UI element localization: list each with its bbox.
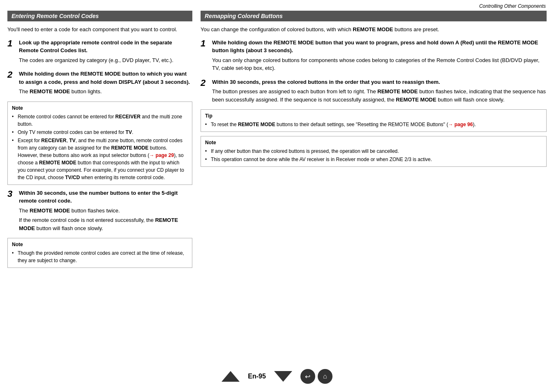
left-step-1-content: Look up the appropriate remote control c…: [19, 39, 192, 65]
left-note-footer-label: Note: [12, 241, 188, 248]
right-note-item-2: • This operation cannot be done while th…: [205, 156, 542, 163]
right-step-2-content: Within 30 seconds, press the colored but…: [212, 78, 547, 104]
footer-home-icon[interactable]: ⌂: [318, 369, 332, 384]
right-tip-item-1: • To reset the REMOTE MODE buttons to th…: [205, 121, 542, 128]
left-note-footer-item-1: • Though the provided remote control cod…: [12, 249, 188, 264]
footer-back-icon[interactable]: ↩: [300, 369, 315, 384]
page-header: Controlling Other Components: [0, 0, 554, 11]
left-note-footer: Note • Though the provided remote contro…: [7, 238, 192, 268]
left-note-steps: Note • Remote control codes cannot be en…: [7, 101, 192, 185]
left-step-2: 2 While holding down the REMOTE MODE but…: [7, 70, 192, 96]
right-step-2-title: Within 30 seconds, press the colored but…: [212, 78, 547, 86]
footer-prev-arrow[interactable]: [222, 371, 240, 382]
right-step-1-body: You can only change colored buttons for …: [212, 56, 547, 72]
right-note-box: Note • If any other button than the colo…: [201, 136, 547, 167]
left-step-2-title: While holding down the REMOTE MODE butto…: [19, 70, 192, 86]
page-footer: En-95 ↩ ⌂: [0, 369, 554, 384]
left-note-item-2: • Only TV remote control codes can be en…: [12, 129, 188, 136]
left-step-2-body: The REMOTE MODE button lights.: [19, 88, 192, 96]
right-step-2-body: The button presses are assigned to each …: [212, 88, 547, 104]
left-step-1-body: The codes are organized by category (e.g…: [19, 56, 192, 65]
right-step-1-title: While holding down the REMOTE MODE butto…: [212, 39, 547, 55]
left-step-1-title: Look up the appropriate remote control c…: [19, 39, 192, 55]
left-step-1-number: 1: [7, 39, 16, 65]
left-step-3-body1: The REMOTE MODE button flashes twice.: [19, 207, 192, 215]
left-step-3: 3 Within 30 seconds, use the number butt…: [7, 189, 192, 233]
right-step-1-content: While holding down the REMOTE MODE butto…: [212, 39, 547, 72]
left-column: Entering Remote Control Codes You'll nee…: [7, 11, 192, 272]
left-step-3-number: 3: [7, 189, 16, 233]
right-column: Remapping Colored Buttons You can change…: [201, 11, 547, 272]
right-section-header: Remapping Colored Buttons: [201, 11, 547, 21]
right-step-2: 2 Within 30 seconds, press the colored b…: [201, 78, 547, 104]
right-note-item-1: • If any other button than the colored b…: [205, 148, 542, 155]
main-content: Entering Remote Control Codes You'll nee…: [0, 11, 554, 276]
left-section-header: Entering Remote Control Codes: [7, 11, 192, 21]
right-tip-box: Tip • To reset the REMOTE MODE buttons t…: [201, 109, 547, 132]
right-step-1-number: 1: [201, 39, 210, 72]
right-tip-label: Tip: [205, 112, 542, 120]
left-step-3-content: Within 30 seconds, use the number button…: [19, 189, 192, 233]
left-step-2-number: 2: [7, 70, 16, 96]
left-step-3-title: Within 30 seconds, use the number button…: [19, 189, 192, 205]
left-note-item-1: • Remote control codes cannot be entered…: [12, 113, 188, 128]
left-section-intro: You'll need to enter a code for each com…: [7, 25, 192, 34]
left-note-steps-label: Note: [12, 104, 188, 112]
right-note-label: Note: [205, 139, 542, 146]
right-step-1: 1 While holding down the REMOTE MODE but…: [201, 39, 547, 72]
footer-nav[interactable]: En-95: [222, 371, 292, 382]
left-step-3-body2: If the remote control code is not entere…: [19, 216, 192, 232]
footer-page-number: En-95: [248, 373, 266, 380]
left-step-1: 1 Look up the appropriate remote control…: [7, 39, 192, 65]
right-section-intro: You can change the configuration of colo…: [201, 25, 547, 34]
right-step-2-number: 2: [201, 78, 210, 104]
footer-next-arrow[interactable]: [274, 371, 292, 382]
header-title: Controlling Other Components: [479, 3, 546, 9]
left-step-2-content: While holding down the REMOTE MODE butto…: [19, 70, 192, 96]
footer-icons: ↩ ⌂: [300, 369, 332, 384]
left-note-item-3: • Except for RECEIVER, TV, and the multi…: [12, 137, 188, 181]
